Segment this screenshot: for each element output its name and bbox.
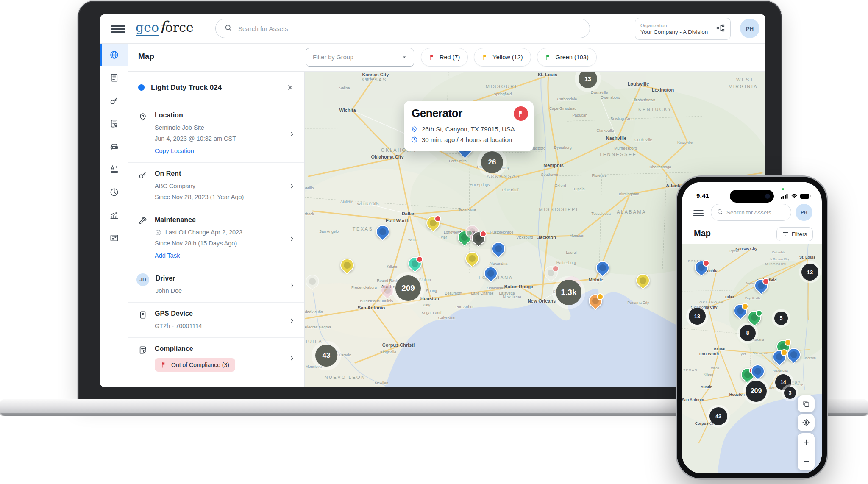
- map-label: Dyersburg: [554, 145, 572, 150]
- map-pin-blue[interactable]: [751, 364, 765, 378]
- zoom-out-button[interactable]: [798, 452, 815, 471]
- map-label: New Iberia: [503, 295, 521, 299]
- map-pin-white[interactable]: [544, 266, 558, 280]
- map-label: Nashville: [606, 136, 626, 141]
- sidebar-item-form[interactable]: [100, 66, 128, 89]
- map-pin-orange[interactable]: [589, 294, 602, 308]
- map-cluster-8[interactable]: 8: [740, 325, 756, 341]
- close-icon[interactable]: [286, 83, 294, 92]
- map-pin-blue[interactable]: [734, 304, 747, 317]
- asset-sections: LocationSeminole Job SiteJun 4, 2023 @ 1…: [128, 104, 304, 378]
- map-label: Shreveport: [753, 351, 768, 355]
- map-pin-blue[interactable]: [376, 225, 389, 239]
- chevron-right-icon[interactable]: [289, 355, 295, 362]
- map-pin-blue[interactable]: [596, 261, 609, 275]
- red-flag-button[interactable]: [514, 106, 528, 121]
- phone-menu-hamburger-icon[interactable]: [693, 209, 704, 216]
- map-label: Wichita: [339, 108, 356, 113]
- sidebar-item-console[interactable]: [100, 226, 128, 249]
- map-pin-yellow[interactable]: [426, 216, 440, 230]
- map-cluster-43[interactable]: 43: [709, 407, 727, 425]
- map-cluster-26[interactable]: 26: [481, 151, 503, 173]
- sidebar-item-pie[interactable]: [100, 181, 128, 203]
- chevron-right-icon[interactable]: [289, 131, 295, 137]
- menu-hamburger-icon[interactable]: [111, 24, 125, 34]
- map-pin-blue[interactable]: [484, 267, 498, 280]
- locate-me-button[interactable]: [798, 414, 815, 431]
- filter-by-group-dropdown[interactable]: Filter by Group: [306, 48, 414, 67]
- map-cluster-209[interactable]: 209: [746, 381, 767, 402]
- map-pin-blue[interactable]: [492, 242, 505, 256]
- chevron-right-icon[interactable]: [289, 317, 295, 324]
- map-pin-blue[interactable]: [773, 350, 786, 364]
- pie-icon: [109, 187, 119, 197]
- map-pin-yellow[interactable]: [465, 252, 479, 265]
- map-label: Tulsa: [725, 295, 734, 299]
- phone-map[interactable]: KANSASMISSOURIOKLAHOMATEXASLOUISIANAKans…: [682, 244, 822, 473]
- phone-user-avatar[interactable]: PH: [796, 204, 812, 221]
- map-pin-white[interactable]: [306, 275, 319, 288]
- sidebar-item-car[interactable]: [100, 135, 128, 158]
- popup-address: 26th St, Canyon, TX 79015, USA: [422, 124, 515, 134]
- map-label: TEXAS: [683, 368, 698, 372]
- certificate-icon: [109, 119, 119, 128]
- map-pin-yellow[interactable]: [636, 274, 650, 287]
- map-cluster-209[interactable]: 209: [395, 275, 421, 301]
- map-cluster-43[interactable]: 43: [315, 345, 337, 367]
- map-pin-pink[interactable]: [381, 284, 394, 297]
- map-label: Houston: [729, 392, 745, 397]
- phone-clock: 9:41: [696, 192, 709, 199]
- map-header-row: Map Filter by Group Red (7)Yellow (12)Gr…: [128, 43, 765, 72]
- map-cluster-13[interactable]: 13: [801, 264, 818, 281]
- search-icon: [717, 209, 723, 216]
- sidebar-item-globe[interactable]: [100, 43, 128, 66]
- map-layers-button[interactable]: [798, 395, 815, 412]
- sidebar-item-text-annotation[interactable]: [100, 158, 128, 181]
- chevron-right-icon[interactable]: [289, 236, 295, 242]
- map-label: Lubbock: [304, 212, 314, 216]
- map-pin-blue[interactable]: [754, 279, 768, 292]
- map-label: Amarillo: [304, 186, 314, 190]
- section-line: John Doe: [156, 285, 282, 296]
- section-title: Maintenance: [155, 216, 282, 224]
- map-label: Austin: [701, 385, 712, 389]
- flag-filter-yellow[interactable]: Yellow (12): [474, 48, 531, 67]
- map-pin-teal[interactable]: [408, 257, 422, 270]
- zoom-in-button[interactable]: [798, 433, 815, 452]
- map-pin-blue[interactable]: [787, 348, 801, 362]
- map-pin-green[interactable]: [748, 311, 761, 324]
- chevron-right-icon[interactable]: [289, 183, 295, 189]
- section-line: GT2h - 70001114: [155, 320, 282, 331]
- organization-selector[interactable]: Organization Your Company - A Division: [635, 18, 731, 40]
- map-label: Alexandria: [490, 261, 508, 266]
- map-label: Joplin: [746, 281, 754, 285]
- map-label: Topeka: [729, 249, 739, 253]
- map-cluster-5[interactable]: 5: [774, 312, 788, 325]
- sidebar-item-key[interactable]: [100, 89, 128, 112]
- map-cluster-13[interactable]: 13: [689, 308, 706, 325]
- sidebar-item-analytics[interactable]: [100, 203, 128, 226]
- status-dot-yellow: [597, 293, 604, 300]
- map-label: Monclova: [306, 364, 322, 369]
- map-label: Vicksburg: [516, 235, 533, 239]
- flag-filter-red[interactable]: Red (7): [421, 48, 468, 67]
- map-cluster-1.3k[interactable]: 1.3k: [556, 280, 581, 305]
- phone-filters-button[interactable]: Filters: [776, 227, 813, 241]
- map-label: Dallas: [714, 347, 725, 351]
- flag-filter-green[interactable]: Green (103): [537, 48, 597, 67]
- phone-asset-search[interactable]: Search for Assets: [711, 204, 791, 221]
- map-cluster-3[interactable]: 3: [784, 387, 796, 399]
- map-pin-yellow[interactable]: [340, 259, 354, 272]
- section-link[interactable]: Add Task: [155, 250, 282, 261]
- section-link[interactable]: Copy Location: [155, 145, 282, 156]
- map-label: Texarkana: [458, 207, 476, 211]
- map-pin-blue[interactable]: [695, 261, 708, 274]
- chevron-right-icon[interactable]: [289, 282, 295, 289]
- user-avatar[interactable]: PH: [740, 19, 760, 38]
- sidebar-item-certificate[interactable]: [100, 112, 128, 135]
- search-input[interactable]: [237, 25, 581, 33]
- map-label: Fayetteville: [745, 296, 761, 300]
- asset-search[interactable]: [215, 19, 590, 38]
- status-dot-red: [416, 256, 423, 263]
- map-pin-gray[interactable]: [472, 231, 485, 245]
